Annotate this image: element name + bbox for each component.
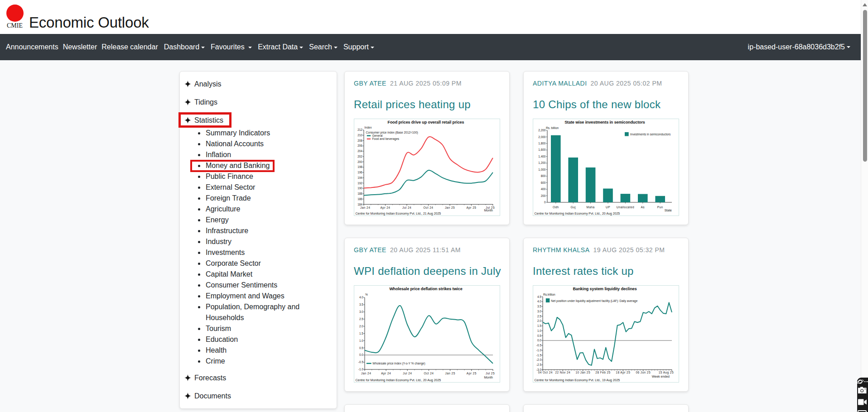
svg-text:1.5: 1.5 [359, 332, 363, 335]
svg-text:3.0: 3.0 [359, 310, 363, 313]
svg-text:184: 184 [357, 203, 362, 206]
svg-text:28 Feb 25: 28 Feb 25 [595, 371, 610, 374]
svg-text:208: 208 [357, 139, 362, 142]
svg-text:206: 206 [357, 144, 362, 147]
svg-text:Jan 25: Jan 25 [445, 206, 455, 209]
svg-text:Centre for Monitoring Indian E: Centre for Monitoring Indian Economy Pvt… [535, 378, 620, 382]
svg-text:2.0: 2.0 [359, 325, 363, 328]
svg-text:Unallocated: Unallocated [617, 206, 634, 209]
svg-text:Jul 24: Jul 24 [402, 206, 411, 209]
svg-text:Month: Month [484, 376, 493, 379]
svg-text:%: % [365, 293, 368, 296]
svg-text:3.0: 3.0 [537, 310, 541, 313]
svg-text:0: 0 [544, 201, 546, 204]
svg-text:0.0: 0.0 [537, 339, 541, 342]
svg-text:Investments in semiconductors: Investments in semiconductors [630, 133, 671, 136]
svg-text:3.5: 3.5 [537, 305, 541, 308]
svg-text:-1.0: -1.0 [536, 349, 542, 352]
svg-text:1.5: 1.5 [537, 324, 541, 327]
svg-text:-2.0: -2.0 [536, 358, 542, 361]
svg-text:18 Apr 25: 18 Apr 25 [616, 371, 630, 374]
svg-text:4.0: 4.0 [537, 300, 541, 303]
svg-text:As: As [641, 206, 645, 209]
svg-text:1,000: 1,000 [538, 168, 546, 171]
svg-text:800: 800 [541, 174, 546, 177]
svg-text:1.0: 1.0 [537, 329, 541, 332]
svg-text:Index: Index [365, 126, 372, 129]
svg-text:400: 400 [541, 187, 546, 191]
svg-text:State wise investments in semi: State wise investments in semiconductors [564, 120, 645, 125]
svg-text:Jan 24: Jan 24 [361, 372, 371, 375]
svg-text:04 Oct 24: 04 Oct 24 [538, 371, 553, 374]
svg-text:192: 192 [357, 182, 362, 185]
svg-text:2.5: 2.5 [537, 315, 541, 318]
svg-text:188: 188 [357, 192, 362, 195]
svg-text:06 Jun 25: 06 Jun 25 [636, 371, 651, 374]
svg-text:Oct 24: Oct 24 [424, 206, 434, 209]
svg-text:Month: Month [484, 209, 493, 212]
svg-text:Rs. billion: Rs. billion [546, 126, 559, 129]
svg-text:0.5: 0.5 [359, 346, 363, 350]
svg-text:22 Nov 24: 22 Nov 24 [555, 371, 570, 374]
svg-text:10 Jan 25: 10 Jan 25 [575, 371, 590, 374]
svg-text:Oct 24: Oct 24 [424, 372, 434, 375]
svg-text:202: 202 [357, 155, 362, 158]
svg-text:Guj: Guj [570, 206, 575, 209]
svg-text:Jul 25: Jul 25 [486, 372, 495, 375]
svg-text:General: General [372, 134, 383, 137]
svg-text:4.5: 4.5 [537, 295, 541, 298]
svg-text:1.0: 1.0 [359, 339, 363, 342]
svg-text:Net position under liquidity a: Net position under liquidity adjustment … [551, 299, 638, 303]
svg-text:State: State [665, 209, 672, 212]
svg-text:1,800: 1,800 [538, 142, 546, 145]
svg-text:2,200: 2,200 [538, 129, 546, 132]
svg-text:Pun: Pun [657, 206, 663, 209]
svg-text:Apr 24: Apr 24 [381, 206, 391, 210]
svg-text:-2.5: -2.5 [536, 363, 542, 366]
svg-text:212: 212 [357, 128, 362, 131]
svg-text:Food and beverages: Food and beverages [372, 137, 399, 141]
svg-text:-0.5: -0.5 [536, 344, 542, 347]
svg-text:Maha: Maha [587, 206, 595, 209]
svg-text:Centre for Monitoring Indian E: Centre for Monitoring Indian Economy Pvt… [535, 212, 620, 216]
svg-text:Odh: Odh [553, 206, 559, 209]
svg-text:0.5: 0.5 [537, 334, 541, 337]
svg-text:186: 186 [357, 197, 362, 201]
svg-text:200: 200 [541, 194, 546, 197]
svg-text:204: 204 [357, 149, 362, 153]
svg-text:Banking system liquidity decli: Banking system liquidity declines [573, 287, 637, 291]
svg-text:-1.0: -1.0 [358, 368, 364, 371]
svg-text:0.0: 0.0 [359, 353, 363, 356]
svg-text:1,600: 1,600 [538, 148, 546, 151]
svg-text:Centre for Monitoring Indian E: Centre for Monitoring Indian Economy Pvt… [356, 378, 441, 382]
svg-text:196: 196 [357, 171, 362, 174]
svg-text:3.5: 3.5 [359, 303, 363, 306]
svg-text:1,200: 1,200 [538, 161, 546, 164]
svg-text:Wholesale price deflation stri: Wholesale price deflation strikes twice [389, 287, 462, 291]
svg-text:Jan 24: Jan 24 [360, 206, 370, 209]
svg-text:Apr 24: Apr 24 [381, 372, 391, 375]
svg-text:198: 198 [357, 165, 362, 168]
svg-text:2.0: 2.0 [537, 319, 541, 322]
svg-text:Food prices drive up overall r: Food prices drive up overall retail pric… [388, 120, 464, 125]
svg-text:Wholesale price index (Y-o-Y %: Wholesale price index (Y-o-Y % change) [372, 362, 425, 365]
svg-text:2.5: 2.5 [359, 317, 363, 321]
svg-text:190: 190 [357, 187, 362, 190]
svg-text:Centre for Monitoring Indian E: Centre for Monitoring Indian Economy Pvt… [356, 212, 441, 216]
svg-text:200: 200 [357, 160, 362, 163]
svg-text:1,400: 1,400 [538, 155, 546, 158]
svg-text:210: 210 [357, 134, 362, 137]
svg-text:4.0: 4.0 [359, 296, 363, 299]
svg-text:Apr 25: Apr 25 [466, 206, 476, 210]
svg-text:UP: UP [606, 206, 610, 209]
svg-text:-0.5: -0.5 [358, 360, 364, 364]
svg-text:194: 194 [357, 176, 362, 179]
svg-text:Week ended: Week ended [652, 375, 670, 378]
svg-text:-1.5: -1.5 [536, 354, 542, 357]
svg-text:Jan 25: Jan 25 [445, 372, 455, 375]
svg-text:600: 600 [541, 181, 546, 184]
svg-text:Apr 25: Apr 25 [467, 372, 477, 375]
svg-text:Jul 24: Jul 24 [403, 372, 412, 375]
svg-text:15 Aug 25: 15 Aug 25 [659, 371, 674, 374]
svg-text:2,000: 2,000 [538, 135, 546, 139]
